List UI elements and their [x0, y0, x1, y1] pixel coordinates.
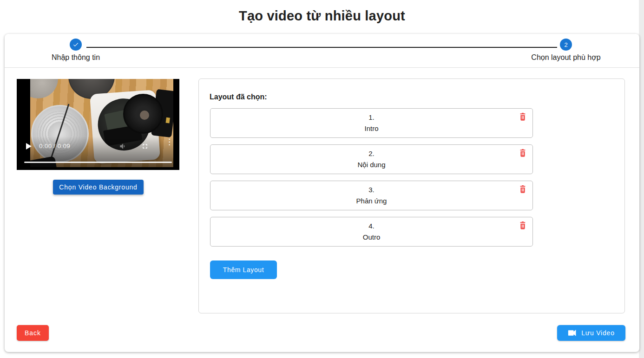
save-video-label: Lưu Video — [581, 329, 615, 337]
layout-card-number: 3. — [368, 184, 375, 195]
trash-icon — [519, 224, 526, 231]
layout-card-name: Intro — [364, 123, 378, 134]
layout-card-intro[interactable]: 1. Intro — [210, 108, 533, 138]
layout-card-name: Nội dung — [357, 159, 385, 170]
layout-card-name: Phản ứng — [356, 195, 387, 207]
video-time-display: 0:00 / 0:09 — [39, 143, 70, 150]
layout-card-phan-ung[interactable]: 3. Phản ứng — [210, 181, 533, 210]
layout-card-noi-dung[interactable]: 2. Nội dung — [210, 144, 533, 174]
layout-card-number: 1. — [368, 112, 375, 123]
scrollbar-track[interactable] — [639, 0, 644, 358]
video-controls-bar: 0:00 / 0:09 ⋮ — [17, 137, 179, 170]
layout-card-number: 2. — [368, 148, 375, 159]
delete-layout-button[interactable] — [518, 221, 527, 231]
trash-icon — [519, 188, 526, 195]
step-1-nhap-thong-tin[interactable]: Nhập thông tin — [15, 34, 136, 62]
step-2-chon-layout[interactable]: 2 Chọn layout phù hợp — [506, 34, 626, 62]
video-object-fan-hub — [140, 111, 149, 120]
layout-panel-heading: Layout đã chọn: — [210, 93, 267, 101]
video-object-fan — [123, 94, 163, 134]
layout-card-name: Outro — [363, 232, 381, 243]
delete-layout-button[interactable] — [518, 148, 527, 158]
stepper: Nhập thông tin 2 Chọn layout phù hợp — [5, 34, 639, 68]
choose-video-background-button[interactable]: Chọn Video Background — [53, 180, 144, 195]
fullscreen-icon[interactable] — [141, 143, 149, 152]
save-video-button[interactable]: Lưu Video — [557, 325, 625, 341]
delete-layout-button[interactable] — [518, 184, 527, 195]
trash-icon — [519, 115, 526, 122]
step-2-number-badge: 2 — [560, 39, 572, 51]
page-title: Tạo video từ nhiều layout — [0, 8, 644, 24]
trash-icon — [519, 151, 526, 158]
layout-list: 1. Intro 2. Nội dung 3. — [210, 108, 533, 253]
back-button[interactable]: Back — [17, 325, 49, 341]
step-1-label: Nhập thông tin — [15, 53, 136, 62]
play-icon[interactable] — [26, 143, 32, 150]
layout-panel: Layout đã chọn: 1. Intro 2. Nội dung — [198, 78, 625, 313]
delete-layout-button[interactable] — [518, 112, 527, 122]
check-icon — [70, 39, 82, 51]
layout-card-number: 4. — [368, 221, 375, 232]
video-object-cylinder — [30, 79, 58, 98]
main-card: Nhập thông tin 2 Chọn layout phù hợp — [5, 34, 639, 352]
volume-icon[interactable] — [119, 142, 127, 152]
video-object-gold-label — [166, 117, 170, 124]
step-2-label: Chọn layout phù hợp — [506, 53, 626, 62]
kebab-menu-icon[interactable]: ⋮ — [165, 140, 173, 144]
videocam-icon — [568, 330, 577, 336]
video-progress-bar[interactable] — [24, 162, 172, 163]
video-player[interactable]: 0:00 / 0:09 ⋮ — [17, 79, 179, 170]
add-layout-button[interactable]: Thêm Layout — [210, 260, 277, 279]
step-connector-line — [86, 47, 557, 48]
layout-card-outro[interactable]: 4. Outro — [210, 217, 533, 247]
